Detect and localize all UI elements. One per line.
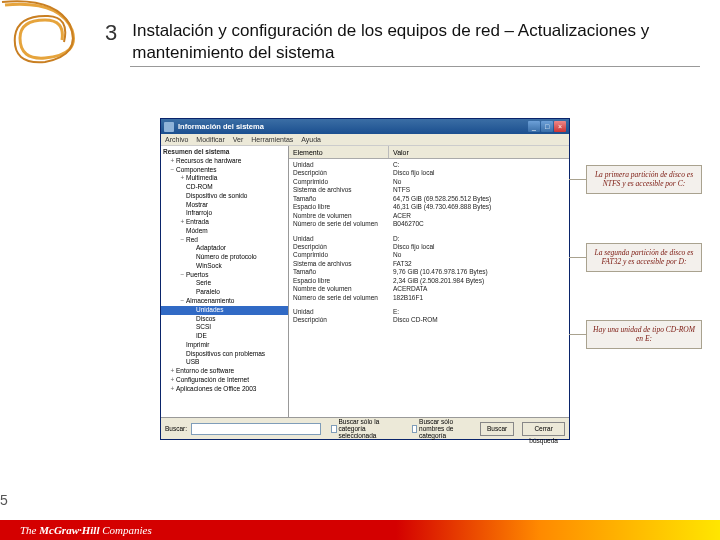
slide-title: Instalación y configuración de los equip…: [132, 20, 700, 64]
tree-item[interactable]: WinSock: [161, 262, 288, 271]
menu-modificar[interactable]: Modificar: [196, 136, 224, 143]
data-row[interactable]: ComprimidoNo: [289, 178, 569, 186]
tree-item[interactable]: Paralelo: [161, 288, 288, 297]
tree-item[interactable]: Discos: [161, 315, 288, 324]
tree-item[interactable]: +Configuración de Internet: [161, 376, 288, 385]
tree-item[interactable]: +Entorno de software: [161, 367, 288, 376]
data-row[interactable]: Sistema de archivosNTFS: [289, 186, 569, 194]
tree-item[interactable]: −Componentes: [161, 166, 288, 175]
tree-item[interactable]: −Red: [161, 236, 288, 245]
data-row[interactable]: Espacio libre2,34 GiB (2.508.201.984 Byt…: [289, 277, 569, 285]
search-label: Buscar:: [165, 425, 187, 432]
tree-item[interactable]: +Recursos de hardware: [161, 157, 288, 166]
search-button[interactable]: Buscar: [480, 422, 514, 436]
header-divider: [130, 66, 700, 67]
data-row[interactable]: DescripciónDisco fijo local: [289, 169, 569, 177]
data-row[interactable]: Tamaño9,76 GiB (10.476.978.176 Bytes): [289, 268, 569, 276]
data-row[interactable]: ComprimidoNo: [289, 251, 569, 259]
tree-item[interactable]: +Aplicaciones de Office 2003: [161, 385, 288, 394]
search-only-category[interactable]: Buscar sólo la categoría seleccionada: [331, 418, 402, 439]
tree-item[interactable]: IDE: [161, 332, 288, 341]
tree-item[interactable]: Dispositivo de sonido: [161, 192, 288, 201]
data-row[interactable]: Nombre de volumenACER: [289, 212, 569, 220]
tree-item[interactable]: SCSI: [161, 323, 288, 332]
data-row[interactable]: Número de serie del volumen182B16F1: [289, 294, 569, 302]
search-only-names[interactable]: Buscar sólo nombres de categoría: [412, 418, 476, 439]
menubar: Archivo Modificar Ver Herramientas Ayuda: [161, 134, 569, 146]
data-row[interactable]: Espacio libre46,31 GiB (49.730.469.888 B…: [289, 203, 569, 211]
tree-item[interactable]: Serie: [161, 279, 288, 288]
tree-item[interactable]: Dispositivos con problemas: [161, 350, 288, 359]
tree-item[interactable]: −Puertos: [161, 271, 288, 280]
tree-item[interactable]: Adaptador: [161, 244, 288, 253]
tree-item[interactable]: CD-ROM: [161, 183, 288, 192]
tree-item[interactable]: Módem: [161, 227, 288, 236]
callout-partition-c: La primera partición de disco es NTFS y …: [586, 165, 702, 194]
tree-item[interactable]: −Almacenamiento: [161, 297, 288, 306]
menu-archivo[interactable]: Archivo: [165, 136, 188, 143]
search-bar: Buscar: Buscar sólo la categoría selecci…: [161, 417, 569, 439]
slide-number: 3: [105, 20, 117, 46]
data-row[interactable]: Nombre de volumenACERDATA: [289, 285, 569, 293]
tree-item[interactable]: Unidades: [161, 306, 288, 315]
search-input[interactable]: [191, 423, 321, 435]
menu-ver[interactable]: Ver: [233, 136, 244, 143]
data-row[interactable]: Sistema de archivosFAT32: [289, 260, 569, 268]
tree-root[interactable]: Resumen del sistema: [161, 148, 288, 157]
tree-panel[interactable]: Resumen del sistema +Recursos de hardwar…: [161, 146, 289, 417]
col-elemento[interactable]: Elemento: [289, 146, 389, 158]
data-row[interactable]: Tamaño64,75 GiB (69.528.256.512 Bytes): [289, 195, 569, 203]
footer-brand: The McGraw·Hill Companies: [0, 524, 152, 536]
tree-item[interactable]: Imprimir: [161, 341, 288, 350]
tree-item[interactable]: +Multimedia: [161, 174, 288, 183]
tree-item[interactable]: USB: [161, 358, 288, 367]
system-info-window: Información del sistema _ □ × Archivo Mo…: [160, 118, 570, 440]
rows-container: UnidadC:DescripciónDisco fijo localCompr…: [289, 159, 569, 327]
callout-partition-d: La segunda partición de disco es FAT32 y…: [586, 243, 702, 272]
close-button[interactable]: ×: [554, 121, 566, 132]
page-fragment: 5: [0, 492, 8, 508]
column-headers: Elemento Valor: [289, 146, 569, 159]
data-row[interactable]: Número de serie del volumenB046270C: [289, 220, 569, 228]
tree-item[interactable]: Mostrar: [161, 201, 288, 210]
data-row[interactable]: UnidadE:: [289, 308, 569, 316]
data-row[interactable]: DescripciónDisco fijo local: [289, 243, 569, 251]
minimize-button[interactable]: _: [528, 121, 540, 132]
col-valor[interactable]: Valor: [389, 146, 569, 158]
data-row[interactable]: DescripciónDisco CD-ROM: [289, 316, 569, 324]
menu-herramientas[interactable]: Herramientas: [251, 136, 293, 143]
maximize-button[interactable]: □: [541, 121, 553, 132]
footer-bar: The McGraw·Hill Companies: [0, 520, 720, 540]
menu-ayuda[interactable]: Ayuda: [301, 136, 321, 143]
window-title: Información del sistema: [178, 122, 528, 131]
clear-search-button[interactable]: Cerrar búsqueda: [522, 422, 565, 436]
titlebar: Información del sistema _ □ ×: [161, 119, 569, 134]
content-panel: Elemento Valor UnidadC:DescripciónDisco …: [289, 146, 569, 417]
callout-cdrom-e: Hay una unidad de tipo CD-ROM en E:: [586, 320, 702, 349]
tree-item[interactable]: Infrarrojo: [161, 209, 288, 218]
data-row[interactable]: UnidadD:: [289, 235, 569, 243]
tree-item[interactable]: +Entrada: [161, 218, 288, 227]
data-row[interactable]: UnidadC:: [289, 161, 569, 169]
tree-item[interactable]: Número de protocolo: [161, 253, 288, 262]
brand-swirl-graphic: [0, 0, 100, 80]
app-icon: [164, 122, 174, 132]
